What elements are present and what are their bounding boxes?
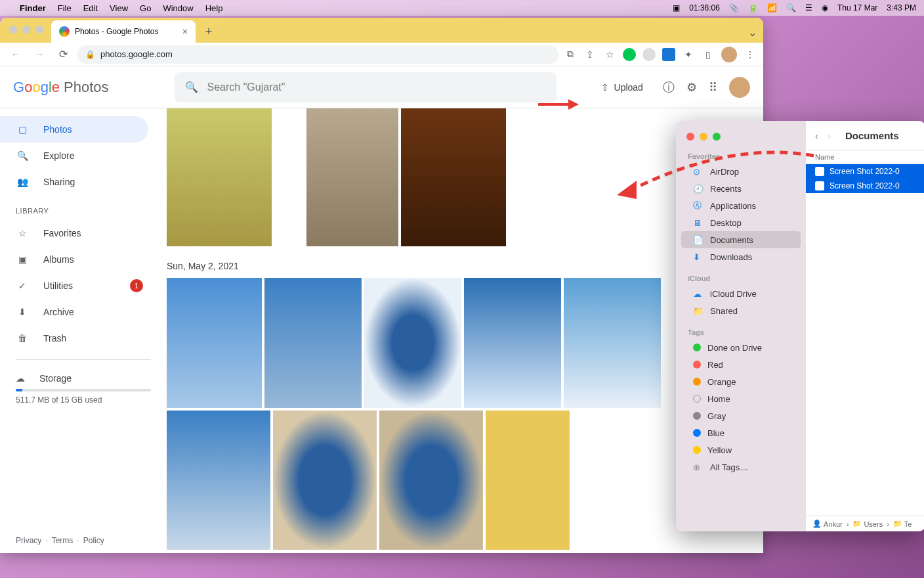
finder-forward-button[interactable]: › xyxy=(828,130,831,141)
menubar-edit[interactable]: Edit xyxy=(83,3,98,13)
sidebar-item-favorites[interactable]: ☆ Favorites xyxy=(0,220,148,246)
menubar-help[interactable]: Help xyxy=(205,3,223,13)
menubar-go[interactable]: Go xyxy=(140,3,151,13)
finder-tag-yellow[interactable]: Yellow xyxy=(681,441,801,458)
finder-file-row[interactable]: Screen Shot 2022-0 xyxy=(806,179,924,193)
chrome-profile-avatar[interactable] xyxy=(721,47,737,62)
finder-tag-gray[interactable]: Gray xyxy=(681,407,801,424)
finder-back-button[interactable]: ‹ xyxy=(815,130,818,141)
finder-tag-home[interactable]: Home xyxy=(681,390,801,407)
open-external-icon[interactable]: ⧉ xyxy=(564,48,577,61)
chrome-menu-icon[interactable]: ⋮ xyxy=(744,48,757,61)
sidebar-item-explore[interactable]: 🔍 Explore xyxy=(0,143,148,169)
screen-record-icon[interactable]: ▣ xyxy=(673,3,680,12)
photo-thumb[interactable] xyxy=(167,411,270,550)
share-icon[interactable]: ⇪ xyxy=(583,48,597,61)
close-window-icon[interactable] xyxy=(686,133,694,141)
photo-thumb[interactable] xyxy=(464,278,561,408)
upload-button[interactable]: ⇧ Upload xyxy=(601,82,643,93)
finder-column-headers[interactable]: Name xyxy=(806,150,924,164)
applications-icon: Ⓐ xyxy=(693,200,704,211)
finder-item-shared[interactable]: 📁Shared xyxy=(681,302,801,319)
settings-gear-icon[interactable]: ⚙ xyxy=(686,80,697,95)
photo-thumb[interactable] xyxy=(264,278,362,408)
finder-item-applications[interactable]: ⒶApplications xyxy=(681,197,801,214)
finder-tag-red[interactable]: Red xyxy=(681,356,801,373)
extension-icon-2[interactable] xyxy=(662,48,675,61)
finder-tag-blue[interactable]: Blue xyxy=(681,424,801,441)
sidebar-item-utilities[interactable]: ✓ Utilities 1 xyxy=(0,273,148,299)
finder-tag-done[interactable]: Done on Drive xyxy=(681,339,801,356)
upload-label: Upload xyxy=(614,82,643,93)
upload-icon: ⇧ xyxy=(601,82,609,93)
finder-file-row[interactable]: Screen Shot 2022-0 xyxy=(806,164,924,179)
sidebar-item-sharing[interactable]: 👥 Sharing xyxy=(0,169,148,195)
tab-title: Photos - Google Photos xyxy=(75,27,158,36)
photo-thumb[interactable] xyxy=(364,278,461,408)
sidebar-item-albums[interactable]: ▣ Albums xyxy=(0,246,148,273)
finder-item-recents[interactable]: 🕘Recents xyxy=(681,180,801,197)
finder-traffic-lights[interactable] xyxy=(676,130,806,150)
browser-tab[interactable]: Photos - Google Photos × xyxy=(51,20,196,43)
search-input[interactable] xyxy=(207,81,546,93)
maximize-window-icon[interactable] xyxy=(713,133,721,141)
minimize-window-icon[interactable] xyxy=(700,133,707,141)
finder-item-airdrop[interactable]: ⊙AirDrop xyxy=(681,163,801,180)
photo-thumb[interactable] xyxy=(167,278,262,408)
extensions-puzzle-icon[interactable]: ✦ xyxy=(682,48,695,61)
sidepanel-icon[interactable]: ▯ xyxy=(702,48,715,61)
extension-grammarly-icon[interactable] xyxy=(623,48,636,61)
back-button[interactable]: ← xyxy=(7,45,25,64)
photo-thumb[interactable] xyxy=(486,411,570,550)
photo-thumb[interactable] xyxy=(379,411,483,550)
tab-close-icon[interactable]: × xyxy=(182,26,188,37)
apps-grid-icon[interactable]: ⠿ xyxy=(709,80,717,95)
wifi-icon[interactable]: 📶 xyxy=(767,3,777,12)
window-traffic-lights[interactable] xyxy=(9,26,43,33)
photo-thumb[interactable] xyxy=(401,108,506,246)
sidebar-storage[interactable]: ☁ Storage 511.7 MB of 15 GB used xyxy=(0,368,167,410)
sidebar-label: Archive xyxy=(43,307,74,317)
search-bar[interactable]: 🔍 xyxy=(175,72,556,102)
menubar-window[interactable]: Window xyxy=(163,3,193,13)
menubar-app-name[interactable]: Finder xyxy=(20,3,46,13)
finder-tag-all[interactable]: ⊕All Tags… xyxy=(681,458,801,476)
extension-icon[interactable] xyxy=(642,48,656,61)
footer-privacy[interactable]: Privacy xyxy=(16,536,41,545)
help-icon[interactable]: ⓘ xyxy=(663,79,675,95)
battery-icon[interactable]: 🔋 xyxy=(748,3,758,12)
bookmark-star-icon[interactable]: ☆ xyxy=(603,48,616,61)
finder-tag-orange[interactable]: Orange xyxy=(681,373,801,390)
menubar-file[interactable]: File xyxy=(58,3,72,13)
reload-button[interactable]: ⟳ xyxy=(54,45,72,64)
tabs-dropdown-icon[interactable]: ⌄ xyxy=(748,26,757,39)
footer-policy[interactable]: Policy xyxy=(83,536,104,545)
storage-text: 511.7 MB of 15 GB used xyxy=(16,395,151,405)
photo-thumb[interactable] xyxy=(564,278,661,408)
finder-path-bar[interactable]: 👤Ankur › 📁Users › 📁Te xyxy=(806,516,924,531)
finder-item-icloud-drive[interactable]: ☁iCloud Drive xyxy=(681,285,801,302)
attachment-icon[interactable]: 📎 xyxy=(729,3,739,12)
sidebar-item-photos[interactable]: ▢ Photos xyxy=(0,116,148,143)
siri-icon[interactable]: ◉ xyxy=(822,3,828,12)
photo-thumb[interactable] xyxy=(273,411,377,550)
menubar-date[interactable]: Thu 17 Mar xyxy=(837,3,877,12)
forward-button[interactable]: → xyxy=(30,45,49,64)
url-input[interactable]: 🔒 photos.google.com xyxy=(77,45,558,64)
new-tab-button[interactable]: + xyxy=(200,22,218,41)
sidebar-item-archive[interactable]: ⬇ Archive xyxy=(0,299,148,325)
finder-item-downloads[interactable]: ⬇Downloads xyxy=(681,248,801,265)
sidebar-label: Explore xyxy=(43,150,74,161)
finder-item-desktop[interactable]: 🖥Desktop xyxy=(681,214,801,231)
menubar-view[interactable]: View xyxy=(110,3,128,13)
control-center-icon[interactable]: ☰ xyxy=(805,3,812,12)
photo-thumb[interactable] xyxy=(167,108,272,246)
menubar-time[interactable]: 3:43 PM xyxy=(887,3,916,12)
google-photos-logo[interactable]: Google Photos xyxy=(13,79,109,96)
spotlight-icon[interactable]: 🔍 xyxy=(786,3,796,12)
finder-item-documents[interactable]: 📄Documents xyxy=(681,231,801,248)
sidebar-item-trash[interactable]: 🗑 Trash xyxy=(0,325,148,351)
account-avatar[interactable] xyxy=(729,77,750,98)
footer-terms[interactable]: Terms xyxy=(52,536,74,545)
photo-thumb[interactable] xyxy=(306,108,398,246)
